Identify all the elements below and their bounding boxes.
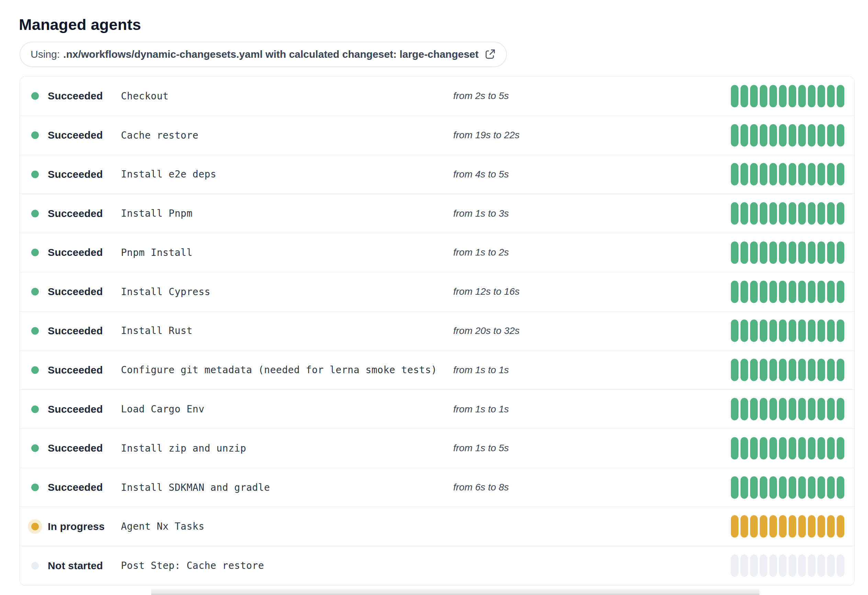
status-label: In progress bbox=[48, 521, 105, 533]
progress-segment bbox=[837, 281, 844, 303]
status-cell: Succeeded bbox=[31, 481, 121, 493]
agent-row[interactable]: Not started Post Step: Cache restore bbox=[20, 546, 854, 585]
progress-segment bbox=[837, 163, 844, 185]
progress-segment bbox=[798, 241, 806, 264]
progress-segment bbox=[808, 515, 815, 537]
progress-segment bbox=[827, 202, 835, 225]
progress-segment bbox=[818, 477, 825, 499]
progress-segment bbox=[808, 85, 815, 107]
progress-segment bbox=[818, 554, 825, 577]
progress-segment bbox=[818, 202, 825, 225]
progress-segment bbox=[808, 202, 815, 225]
agent-row[interactable]: Succeeded Install Pnpm from 1s to 3s bbox=[20, 194, 854, 233]
agent-row[interactable]: Succeeded Cache restore from 19s to 22s bbox=[20, 116, 854, 155]
progress-segment bbox=[750, 515, 758, 537]
agent-row[interactable]: Succeeded Install zip and unzip from 1s … bbox=[20, 429, 854, 468]
progress-segment bbox=[788, 437, 796, 459]
progress-segment bbox=[798, 437, 806, 459]
progress-segments bbox=[731, 202, 844, 225]
step-name: Agent Nx Tasks bbox=[121, 521, 453, 532]
progress-segment bbox=[750, 85, 758, 107]
agent-row[interactable]: Succeeded Pnpm Install from 1s to 2s bbox=[20, 233, 854, 272]
progress-segment bbox=[760, 85, 767, 107]
progress-segment bbox=[818, 437, 825, 459]
agent-row[interactable]: Succeeded Checkout from 2s to 5s bbox=[20, 77, 854, 116]
progress-segment bbox=[750, 124, 758, 147]
progress-segment bbox=[750, 437, 758, 459]
progress-segment bbox=[788, 202, 796, 225]
progress-segment bbox=[808, 241, 815, 264]
progress-segment bbox=[769, 477, 777, 499]
progress-segment bbox=[741, 554, 748, 577]
page-title: Managed agents bbox=[19, 16, 141, 34]
progress-segment bbox=[798, 398, 806, 420]
status-cell: Succeeded bbox=[31, 208, 121, 219]
progress-segment bbox=[731, 359, 738, 381]
progress-segment bbox=[750, 398, 758, 420]
agent-row[interactable]: Succeeded Install SDKMAN and gradle from… bbox=[20, 468, 854, 507]
progress-segment bbox=[808, 281, 815, 303]
status-dot bbox=[31, 523, 39, 530]
progress-segment bbox=[798, 477, 806, 499]
agent-row[interactable]: Succeeded Install Cypress from 12s to 16… bbox=[20, 272, 854, 312]
progress-segment bbox=[798, 515, 806, 537]
progress-segment bbox=[818, 241, 825, 264]
progress-segment bbox=[779, 124, 787, 147]
progress-segment bbox=[769, 202, 777, 225]
progress-segment bbox=[808, 359, 815, 381]
external-link-icon[interactable] bbox=[484, 49, 496, 60]
progress-segment bbox=[837, 437, 844, 459]
progress-segment bbox=[741, 163, 748, 185]
progress-segment bbox=[788, 477, 796, 499]
agent-row[interactable]: Succeeded Load Cargo Env from 1s to 1s bbox=[20, 390, 854, 429]
agent-row[interactable]: Succeeded Install e2e deps from 4s to 5s bbox=[20, 155, 854, 194]
progress-segment bbox=[760, 124, 767, 147]
step-name: Pnpm Install bbox=[121, 247, 453, 258]
progress-segment bbox=[741, 241, 748, 264]
progress-segment bbox=[769, 554, 777, 577]
status-cell: Succeeded bbox=[31, 403, 121, 415]
step-name: Checkout bbox=[121, 90, 453, 102]
progress-segment bbox=[779, 554, 787, 577]
status-label: Succeeded bbox=[48, 403, 103, 415]
progress-segment bbox=[769, 359, 777, 381]
progress-segment bbox=[731, 437, 738, 459]
step-name: Install e2e deps bbox=[121, 169, 453, 180]
status-label: Succeeded bbox=[48, 129, 103, 141]
progress-segments bbox=[731, 124, 844, 147]
status-dot bbox=[31, 484, 39, 491]
progress-segment bbox=[731, 241, 738, 264]
progress-segment bbox=[808, 320, 815, 342]
step-name: Install SDKMAN and gradle bbox=[121, 482, 453, 493]
agent-row[interactable]: Succeeded Configure git metadata (needed… bbox=[20, 351, 854, 390]
progress-segment bbox=[750, 202, 758, 225]
status-cell: Succeeded bbox=[31, 325, 121, 337]
progress-segment bbox=[769, 515, 777, 537]
progress-segment bbox=[760, 320, 767, 342]
progress-segment bbox=[750, 281, 758, 303]
progress-segment bbox=[837, 359, 844, 381]
status-cell: Succeeded bbox=[31, 169, 121, 180]
status-label: Succeeded bbox=[48, 90, 103, 102]
status-cell: Succeeded bbox=[31, 90, 121, 102]
progress-segment bbox=[779, 85, 787, 107]
progress-segment bbox=[741, 437, 748, 459]
agent-row[interactable]: Succeeded Install Rust from 20s to 32s bbox=[20, 312, 854, 351]
progress-segment bbox=[798, 163, 806, 185]
status-cell: Succeeded bbox=[31, 364, 121, 376]
step-name: Install Rust bbox=[121, 325, 453, 336]
progress-segment bbox=[760, 437, 767, 459]
progress-segment bbox=[769, 124, 777, 147]
progress-segment bbox=[788, 320, 796, 342]
progress-segment bbox=[731, 124, 738, 147]
progress-segment bbox=[769, 281, 777, 303]
status-cell: Succeeded bbox=[31, 286, 121, 298]
progress-segment bbox=[731, 398, 738, 420]
workflow-banner[interactable]: Using: .nx/workflows/dynamic-changesets.… bbox=[19, 41, 507, 67]
progress-segment bbox=[731, 202, 738, 225]
agent-row[interactable]: In progress Agent Nx Tasks bbox=[20, 507, 854, 546]
progress-segments bbox=[731, 437, 844, 459]
duration-range: from 1s to 1s bbox=[453, 364, 731, 376]
progress-segment bbox=[779, 437, 787, 459]
progress-segment bbox=[731, 85, 738, 107]
